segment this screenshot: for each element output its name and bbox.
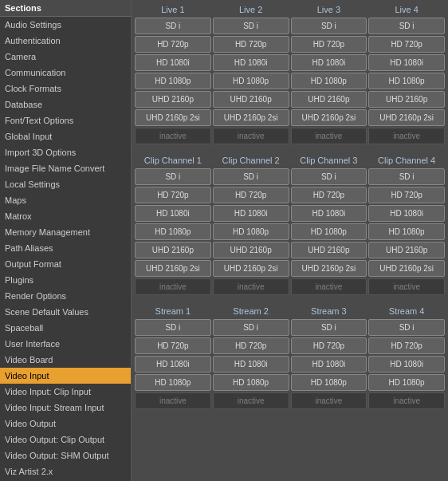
format-btn-2-4-2[interactable]: inactive bbox=[291, 392, 367, 409]
format-btn-1-2-1[interactable]: HD 1080i bbox=[213, 205, 289, 222]
format-btn-1-1-2[interactable]: HD 720p bbox=[291, 187, 367, 203]
format-btn-2-0-0[interactable]: SD i bbox=[135, 319, 211, 336]
format-btn-1-0-2[interactable]: SD i bbox=[291, 168, 367, 185]
format-btn-0-6-3[interactable]: inactive bbox=[368, 128, 445, 144]
format-btn-1-5-2[interactable]: UHD 2160p 2si bbox=[291, 260, 367, 277]
sidebar-item-video-input--clip-input[interactable]: Video Input: Clip Input bbox=[0, 384, 131, 400]
sidebar-item-path-aliases[interactable]: Path Aliases bbox=[0, 240, 131, 256]
format-btn-0-6-2[interactable]: inactive bbox=[291, 128, 367, 144]
format-btn-0-0-2[interactable]: SD i bbox=[291, 18, 367, 34]
format-btn-1-0-0[interactable]: SD i bbox=[135, 168, 211, 185]
format-btn-0-2-3[interactable]: HD 1080i bbox=[368, 54, 445, 71]
sidebar-item-video-board[interactable]: Video Board bbox=[0, 352, 131, 368]
format-btn-1-2-0[interactable]: HD 1080i bbox=[135, 205, 211, 222]
sidebar-item-authentication[interactable]: Authentication bbox=[0, 33, 131, 49]
format-btn-0-3-1[interactable]: HD 1080p bbox=[213, 73, 289, 89]
format-btn-1-3-3[interactable]: HD 1080p bbox=[368, 223, 445, 240]
format-btn-1-5-1[interactable]: UHD 2160p 2si bbox=[213, 260, 289, 277]
sidebar-item-maps[interactable]: Maps bbox=[0, 192, 131, 208]
format-btn-1-3-1[interactable]: HD 1080p bbox=[213, 223, 289, 240]
sidebar-item-scene-default-values[interactable]: Scene Default Values bbox=[0, 304, 131, 320]
format-btn-1-6-1[interactable]: inactive bbox=[213, 278, 289, 295]
format-btn-1-1-1[interactable]: HD 720p bbox=[213, 187, 289, 203]
sidebar-item-import-3d-options[interactable]: Import 3D Options bbox=[0, 144, 131, 160]
format-btn-0-4-0[interactable]: UHD 2160p bbox=[135, 91, 211, 108]
format-btn-0-2-1[interactable]: HD 1080i bbox=[213, 54, 289, 71]
format-btn-1-5-3[interactable]: UHD 2160p 2si bbox=[368, 260, 445, 277]
format-btn-1-3-0[interactable]: HD 1080p bbox=[135, 223, 211, 240]
sidebar-item-user-interface[interactable]: User Interface bbox=[0, 336, 131, 352]
format-btn-1-1-0[interactable]: HD 720p bbox=[135, 187, 211, 203]
format-btn-0-3-0[interactable]: HD 1080p bbox=[135, 73, 211, 89]
format-btn-2-3-1[interactable]: HD 1080p bbox=[213, 374, 289, 391]
sidebar-item-global-input[interactable]: Global Input bbox=[0, 128, 131, 144]
format-btn-1-6-2[interactable]: inactive bbox=[291, 278, 367, 295]
format-btn-0-4-2[interactable]: UHD 2160p bbox=[291, 91, 367, 108]
format-btn-0-5-1[interactable]: UHD 2160p 2si bbox=[213, 109, 289, 126]
format-btn-2-1-3[interactable]: HD 720p bbox=[368, 337, 445, 354]
sidebar-item-plugins[interactable]: Plugins bbox=[0, 272, 131, 288]
format-btn-2-0-3[interactable]: SD i bbox=[368, 319, 445, 336]
format-btn-2-4-0[interactable]: inactive bbox=[135, 392, 211, 409]
format-btn-2-2-1[interactable]: HD 1080i bbox=[213, 356, 289, 373]
format-btn-1-0-3[interactable]: SD i bbox=[368, 168, 445, 185]
format-btn-0-3-2[interactable]: HD 1080p bbox=[291, 73, 367, 89]
format-btn-1-4-1[interactable]: UHD 2160p bbox=[213, 242, 289, 258]
format-btn-0-1-3[interactable]: HD 720p bbox=[368, 36, 445, 53]
sidebar-item-database[interactable]: Database bbox=[0, 97, 131, 112]
sidebar-item-communication[interactable]: Communication bbox=[0, 65, 131, 81]
format-btn-2-3-0[interactable]: HD 1080p bbox=[135, 374, 211, 391]
format-btn-1-4-0[interactable]: UHD 2160p bbox=[135, 242, 211, 258]
format-btn-1-2-3[interactable]: HD 1080i bbox=[368, 205, 445, 222]
format-btn-0-5-3[interactable]: UHD 2160p 2si bbox=[368, 109, 445, 126]
format-btn-1-6-0[interactable]: inactive bbox=[135, 278, 211, 295]
format-btn-0-4-3[interactable]: UHD 2160p bbox=[368, 91, 445, 108]
format-btn-2-3-2[interactable]: HD 1080p bbox=[291, 374, 367, 391]
sidebar-item-video-output[interactable]: Video Output bbox=[0, 416, 131, 432]
format-btn-2-1-0[interactable]: HD 720p bbox=[135, 337, 211, 354]
sidebar-item-render-options[interactable]: Render Options bbox=[0, 288, 131, 304]
format-btn-2-2-2[interactable]: HD 1080i bbox=[291, 356, 367, 373]
sidebar-item-camera[interactable]: Camera bbox=[0, 49, 131, 65]
format-btn-0-5-2[interactable]: UHD 2160p 2si bbox=[291, 109, 367, 126]
format-btn-2-3-3[interactable]: HD 1080p bbox=[368, 374, 445, 391]
sidebar-item-video-input--stream-input[interactable]: Video Input: Stream Input bbox=[0, 400, 131, 416]
format-btn-0-6-0[interactable]: inactive bbox=[135, 128, 211, 144]
format-btn-0-0-0[interactable]: SD i bbox=[135, 18, 211, 34]
format-btn-1-4-3[interactable]: UHD 2160p bbox=[368, 242, 445, 258]
sidebar-item-local-settings[interactable]: Local Settings bbox=[0, 176, 131, 192]
format-btn-0-1-0[interactable]: HD 720p bbox=[135, 36, 211, 53]
sidebar-item-font-text-options[interactable]: Font/Text Options bbox=[0, 112, 131, 128]
format-btn-2-4-3[interactable]: inactive bbox=[368, 392, 445, 409]
sidebar-item-clock-formats[interactable]: Clock Formats bbox=[0, 81, 131, 97]
sidebar-item-viz-artist-2-x[interactable]: Viz Artist 2.x bbox=[0, 463, 131, 479]
format-btn-1-2-2[interactable]: HD 1080i bbox=[291, 205, 367, 222]
sidebar-item-video-input[interactable]: Video Input bbox=[0, 368, 131, 384]
format-btn-0-4-1[interactable]: UHD 2160p bbox=[213, 91, 289, 108]
format-btn-1-5-0[interactable]: UHD 2160p 2si bbox=[135, 260, 211, 277]
format-btn-1-1-3[interactable]: HD 720p bbox=[368, 187, 445, 203]
sidebar-item-video-output--clip-output[interactable]: Video Output: Clip Output bbox=[0, 432, 131, 447]
format-btn-2-0-1[interactable]: SD i bbox=[213, 319, 289, 336]
sidebar-item-spaceball[interactable]: Spaceball bbox=[0, 320, 131, 336]
format-btn-2-0-2[interactable]: SD i bbox=[291, 319, 367, 336]
format-btn-2-2-0[interactable]: HD 1080i bbox=[135, 356, 211, 373]
format-btn-2-1-2[interactable]: HD 720p bbox=[291, 337, 367, 354]
sidebar-item-output-format[interactable]: Output Format bbox=[0, 256, 131, 272]
format-btn-0-0-3[interactable]: SD i bbox=[368, 18, 445, 34]
format-btn-0-2-0[interactable]: HD 1080i bbox=[135, 54, 211, 71]
sidebar-item-video-output--shm-output[interactable]: Video Output: SHM Output bbox=[0, 447, 131, 463]
format-btn-0-0-1[interactable]: SD i bbox=[213, 18, 289, 34]
format-btn-0-6-1[interactable]: inactive bbox=[213, 128, 289, 144]
format-btn-0-1-1[interactable]: HD 720p bbox=[213, 36, 289, 53]
sidebar-item-memory-management[interactable]: Memory Management bbox=[0, 224, 131, 240]
sidebar-item-image-file-name-convert[interactable]: Image File Name Convert bbox=[0, 160, 131, 176]
format-btn-2-1-1[interactable]: HD 720p bbox=[213, 337, 289, 354]
format-btn-0-5-0[interactable]: UHD 2160p 2si bbox=[135, 109, 211, 126]
format-btn-1-0-1[interactable]: SD i bbox=[213, 168, 289, 185]
format-btn-0-3-3[interactable]: HD 1080p bbox=[368, 73, 445, 89]
format-btn-0-2-2[interactable]: HD 1080i bbox=[291, 54, 367, 71]
format-btn-2-2-3[interactable]: HD 1080i bbox=[368, 356, 445, 373]
sidebar-item-matrox[interactable]: Matrox bbox=[0, 208, 131, 224]
format-btn-0-1-2[interactable]: HD 720p bbox=[291, 36, 367, 53]
